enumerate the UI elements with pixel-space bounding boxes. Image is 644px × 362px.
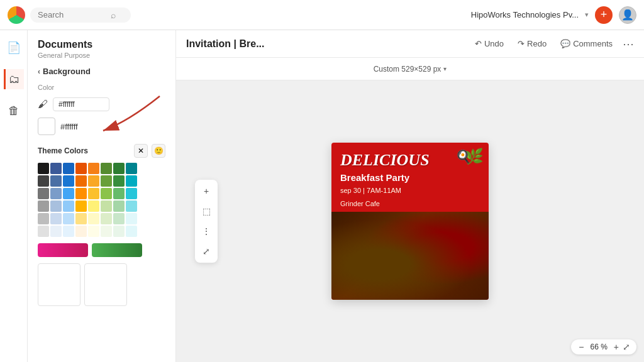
logo-icon[interactable] bbox=[8, 6, 25, 24]
zoom-in-button[interactable]: + bbox=[613, 342, 620, 352]
color-swatch[interactable] bbox=[113, 188, 125, 199]
color-swatch[interactable] bbox=[126, 188, 137, 199]
icon-bar: 📄 🗂 🗑 bbox=[0, 30, 28, 362]
color-swatch[interactable] bbox=[38, 226, 49, 237]
gradient-green[interactable] bbox=[92, 243, 142, 257]
undo-label: Undo bbox=[484, 39, 504, 48]
color-swatch[interactable] bbox=[126, 213, 137, 224]
color-swatch[interactable] bbox=[50, 188, 62, 199]
theme-emoji-icon[interactable]: 🙂 bbox=[152, 144, 165, 158]
design-line1: sep 30 | 7AM-11AM bbox=[340, 185, 480, 197]
design-card[interactable]: DELICIOUS Breakfast Party sep 30 | 7AM-1… bbox=[331, 143, 489, 300]
canvas-size-chevron-icon[interactable]: ▾ bbox=[443, 65, 447, 72]
color-swatch[interactable] bbox=[38, 213, 49, 224]
color-swatch[interactable] bbox=[88, 200, 99, 212]
color-swatch[interactable] bbox=[75, 188, 87, 199]
color-swatch[interactable] bbox=[75, 200, 87, 212]
color-swatch[interactable] bbox=[126, 226, 137, 237]
comments-button[interactable]: 💬 Comments bbox=[557, 36, 616, 51]
color-swatch[interactable] bbox=[75, 175, 87, 187]
color-swatch[interactable] bbox=[88, 163, 99, 174]
color-swatch[interactable] bbox=[101, 175, 112, 187]
main-layout: 📄 🗂 🗑 Documents General Purpose ‹ Backgr… bbox=[0, 30, 644, 362]
redo-button[interactable]: ↷ Redo bbox=[514, 36, 550, 51]
canvas-content: + ⬚ ⋮ ⤢ DELICIOUS Breakfast Party sep 30… bbox=[176, 80, 644, 362]
canvas-layers-tool[interactable]: ⬚ bbox=[197, 202, 215, 220]
color-swatch[interactable] bbox=[88, 213, 99, 224]
zoom-out-button[interactable]: − bbox=[577, 342, 585, 352]
icon-bar-document[interactable]: 🗂 bbox=[4, 69, 24, 89]
color-swatch[interactable] bbox=[38, 188, 49, 199]
undo-button[interactable]: ↶ Undo bbox=[471, 36, 508, 51]
color-swatch[interactable] bbox=[75, 163, 87, 174]
add-button[interactable]: + bbox=[595, 6, 613, 24]
theme-colors-header: Theme Colors ✕ 🙂 bbox=[28, 140, 175, 160]
redo-label: Redo bbox=[527, 39, 547, 48]
gradient-row bbox=[28, 241, 175, 261]
color-swatch[interactable] bbox=[88, 226, 99, 237]
color-bucket-icon: 🖌 bbox=[38, 99, 48, 110]
search-input[interactable] bbox=[38, 10, 107, 19]
color-swatch[interactable] bbox=[50, 213, 62, 224]
icon-bar-trash[interactable]: 🗑 bbox=[4, 101, 24, 121]
color-swatch[interactable] bbox=[126, 163, 137, 174]
color-swatch[interactable] bbox=[38, 175, 49, 187]
color-preview-box[interactable] bbox=[38, 118, 55, 135]
canvas-title: Invitation | Bre... bbox=[186, 38, 265, 50]
color-swatch[interactable] bbox=[113, 213, 125, 224]
pattern-dots[interactable] bbox=[84, 263, 127, 306]
color-swatch[interactable] bbox=[75, 226, 87, 237]
color-swatch[interactable] bbox=[113, 175, 125, 187]
comments-label: Comments bbox=[573, 39, 613, 48]
color-preview-section: #ffffff bbox=[28, 115, 175, 140]
color-swatch[interactable] bbox=[50, 175, 62, 187]
color-swatch[interactable] bbox=[101, 226, 112, 237]
color-swatch[interactable] bbox=[126, 200, 137, 212]
search-bar[interactable]: ⌕ bbox=[30, 8, 131, 23]
color-swatch[interactable] bbox=[101, 188, 112, 199]
color-swatch[interactable] bbox=[88, 175, 99, 187]
color-swatch[interactable] bbox=[63, 213, 74, 224]
color-swatch[interactable] bbox=[63, 188, 74, 199]
color-swatch[interactable] bbox=[101, 200, 112, 212]
color-swatch[interactable] bbox=[63, 163, 74, 174]
color-swatch[interactable] bbox=[38, 200, 49, 212]
canvas-grid-tool[interactable]: ⋮ bbox=[197, 222, 215, 240]
color-swatch[interactable] bbox=[63, 226, 74, 237]
more-options-icon[interactable]: ⋯ bbox=[623, 37, 634, 51]
theme-magic-icon[interactable]: ✕ bbox=[134, 144, 148, 158]
color-swatch[interactable] bbox=[113, 226, 125, 237]
color-swatch[interactable] bbox=[101, 213, 112, 224]
color-swatch[interactable] bbox=[113, 200, 125, 212]
pattern-row bbox=[28, 261, 175, 310]
gradient-pink[interactable] bbox=[38, 243, 88, 257]
sidebar-title: Documents bbox=[38, 39, 165, 50]
canvas-add-tool[interactable]: + bbox=[197, 182, 215, 200]
zoom-value: 66 % bbox=[587, 343, 609, 351]
comments-icon: 💬 bbox=[560, 39, 570, 48]
color-section-label: Color bbox=[28, 81, 175, 94]
design-line2: Grinder Cafe bbox=[340, 199, 480, 210]
color-hex-input[interactable] bbox=[53, 97, 109, 111]
color-swatch[interactable] bbox=[101, 163, 112, 174]
color-swatch[interactable] bbox=[88, 188, 99, 199]
color-swatch[interactable] bbox=[113, 163, 125, 174]
color-swatch[interactable] bbox=[50, 163, 62, 174]
color-swatch[interactable] bbox=[50, 200, 62, 212]
color-swatch[interactable] bbox=[50, 226, 62, 237]
zoom-expand-icon[interactable]: ⤢ bbox=[623, 342, 630, 352]
avatar[interactable]: 👤 bbox=[619, 6, 636, 24]
color-swatch[interactable] bbox=[38, 163, 49, 174]
canvas-crop-tool[interactable]: ⤢ bbox=[197, 243, 215, 260]
zoom-bar: − 66 % + ⤢ bbox=[571, 339, 636, 354]
company-chevron-icon: ▾ bbox=[585, 11, 589, 19]
topbar-right: HipoWorks Technologies Pv... ▾ + 👤 bbox=[471, 6, 636, 24]
topbar: ⌕ HipoWorks Technologies Pv... ▾ + 👤 bbox=[0, 0, 644, 30]
pattern-white[interactable] bbox=[38, 263, 80, 306]
color-swatch[interactable] bbox=[63, 175, 74, 187]
color-swatch[interactable] bbox=[75, 213, 87, 224]
color-swatch[interactable] bbox=[126, 175, 137, 187]
color-swatch[interactable] bbox=[63, 200, 74, 212]
icon-bar-file[interactable]: 📄 bbox=[4, 38, 24, 58]
sidebar-back-button[interactable]: ‹ Background bbox=[28, 62, 175, 81]
